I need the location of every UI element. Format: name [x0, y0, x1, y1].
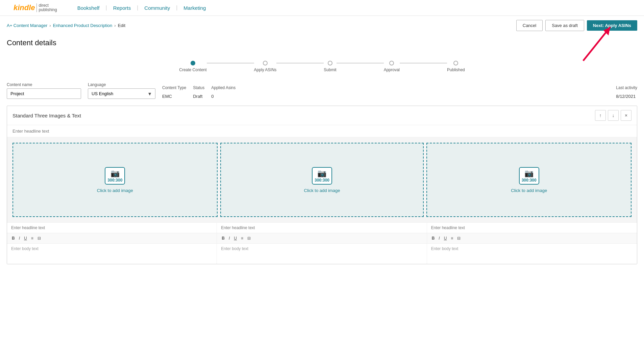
logo-dp: direct publishing — [36, 3, 57, 12]
step-circle-2 — [263, 61, 268, 65]
indent-button-1[interactable]: ⊟ — [36, 235, 42, 241]
action-buttons: Cancel Save as draft Next: Apply ASINs — [516, 20, 637, 31]
breadcrumb-current: Edit — [118, 23, 125, 28]
italic-button-2[interactable]: I — [227, 235, 231, 241]
step-line-3 — [337, 63, 384, 63]
header: kindle direct publishing Bookshelf | Rep… — [0, 0, 644, 16]
page-title: Content details — [0, 35, 644, 54]
move-down-button[interactable]: ↓ — [608, 110, 619, 121]
nav-bookshelf[interactable]: Bookshelf — [77, 5, 106, 11]
text-section-2: B I U ≡ ⊟ Enter body text — [217, 223, 427, 264]
image-dim-3: 300:300 — [522, 178, 537, 183]
step-create-content: Create Content — [179, 61, 206, 72]
status-label: Status — [193, 85, 204, 90]
camera-icon-box-2: 📷 300:300 — [312, 167, 332, 185]
step-label-2: Apply ASINs — [254, 67, 277, 72]
text-section-headline-1[interactable] — [7, 223, 217, 233]
list-button-3[interactable]: ≡ — [449, 235, 454, 241]
content-name-input[interactable] — [7, 88, 81, 99]
text-toolbar-3: B I U ≡ ⊟ — [427, 233, 637, 244]
form-group-language: Language US English UK English German Fr… — [88, 82, 155, 99]
status-value: Draft — [193, 91, 204, 99]
text-section-3: B I U ≡ ⊟ Enter body text — [427, 223, 637, 264]
list-button-1[interactable]: ≡ — [30, 235, 35, 241]
logo-kindle: kindle — [14, 3, 35, 12]
underline-button-2[interactable]: U — [232, 235, 238, 241]
form-group-applied-asins: Applied Asins 0 — [211, 85, 236, 99]
step-label-3: Submit — [324, 67, 336, 72]
camera-icon-1: 📷 — [110, 169, 120, 178]
form-group-content-type: Content Type EMC — [162, 85, 186, 99]
body-text-2[interactable]: Enter body text — [217, 244, 426, 264]
text-section-headline-3[interactable] — [427, 223, 637, 233]
form-group-status: Status Draft — [193, 85, 204, 99]
camera-icon-box-1: 📷 300:300 — [105, 167, 125, 185]
logo: kindle direct publishing — [14, 3, 57, 12]
next-apply-asins-button[interactable]: Next: Apply ASINs — [587, 20, 637, 31]
bold-button-3[interactable]: B — [430, 235, 436, 241]
italic-button-3[interactable]: I — [437, 235, 441, 241]
text-sections: B I U ≡ ⊟ Enter body text B I U ≡ ⊟ Ente… — [7, 222, 637, 264]
image-dim-2: 300:300 — [315, 178, 329, 183]
module-headline-input[interactable] — [7, 125, 637, 137]
image-slot-2[interactable]: 📷 300:300 Click to add image — [220, 143, 424, 217]
list-button-2[interactable]: ≡ — [240, 235, 245, 241]
step-label-4: Approval — [384, 67, 400, 72]
image-slot-3[interactable]: 📷 300:300 Click to add image — [426, 143, 631, 217]
content-name-label: Content name — [7, 82, 81, 87]
module-title: Standard Three Images & Text — [13, 113, 81, 118]
cancel-button[interactable]: Cancel — [516, 20, 543, 31]
step-apply-asins: Apply ASINs — [254, 61, 277, 72]
indent-button-2[interactable]: ⊟ — [246, 235, 252, 241]
underline-button-1[interactable]: U — [23, 235, 28, 241]
close-module-button[interactable]: × — [621, 110, 631, 121]
step-circle-5 — [453, 61, 458, 65]
last-activity-label: Last activity — [616, 85, 637, 90]
underline-button-3[interactable]: U — [443, 235, 448, 241]
breadcrumb-bar: A+ Content Manager › Enhanced Product De… — [0, 16, 644, 35]
text-section-1: B I U ≡ ⊟ Enter body text — [7, 223, 217, 264]
nav-community[interactable]: Community — [138, 5, 176, 11]
click-to-add-2: Click to add image — [304, 188, 340, 193]
content-type-label: Content Type — [162, 85, 186, 90]
nav-reports[interactable]: Reports — [107, 5, 137, 11]
breadcrumb-link-2[interactable]: Enhanced Product Description — [53, 23, 113, 28]
nav-marketing[interactable]: Marketing — [177, 5, 212, 11]
camera-icon-2: 📷 — [317, 169, 326, 178]
nav: Bookshelf | Reports | Community | Market… — [77, 5, 630, 11]
content-type-value: EMC — [162, 91, 186, 99]
logo-publishing: publishing — [39, 8, 57, 12]
save-draft-button[interactable]: Save as draft — [545, 20, 584, 31]
italic-button-1[interactable]: I — [18, 235, 21, 241]
applied-asins-value: 0 — [211, 91, 236, 99]
breadcrumb-link-1[interactable]: A+ Content Manager — [7, 23, 47, 28]
text-toolbar-2: B I U ≡ ⊟ — [217, 233, 426, 244]
module-card: Standard Three Images & Text ↑ ↓ × 📷 300… — [7, 106, 637, 264]
bold-button-2[interactable]: B — [220, 235, 226, 241]
step-circle-3 — [328, 61, 332, 65]
step-line-1 — [207, 63, 254, 63]
step-approval: Approval — [384, 61, 400, 72]
move-up-button[interactable]: ↑ — [595, 110, 606, 121]
indent-button-3[interactable]: ⊟ — [456, 235, 462, 241]
step-submit: Submit — [324, 61, 336, 72]
step-label-5: Published — [447, 67, 465, 72]
step-published: Published — [447, 61, 465, 72]
body-text-1[interactable]: Enter body text — [7, 244, 217, 264]
image-grid: 📷 300:300 Click to add image 📷 300:300 C… — [7, 137, 637, 222]
breadcrumb: A+ Content Manager › Enhanced Product De… — [7, 23, 125, 28]
bold-button-1[interactable]: B — [10, 235, 16, 241]
body-text-3[interactable]: Enter body text — [427, 244, 637, 264]
image-dim-1: 300:300 — [107, 178, 122, 183]
step-circle-1 — [191, 61, 195, 65]
stepper: Create Content Apply ASINs Submit Approv… — [0, 54, 644, 82]
click-to-add-1: Click to add image — [97, 188, 133, 193]
image-slot-1[interactable]: 📷 300:300 Click to add image — [13, 143, 218, 217]
camera-icon-3: 📷 — [524, 169, 534, 178]
language-label: Language — [88, 82, 155, 87]
language-select[interactable]: US English UK English German French Span… — [88, 88, 155, 99]
last-activity-value: 8/12/2021 — [616, 91, 637, 99]
text-section-headline-2[interactable] — [217, 223, 426, 233]
form-group-content-name: Content name — [7, 82, 81, 99]
form-group-last-activity: Last activity 8/12/2021 — [616, 85, 637, 99]
